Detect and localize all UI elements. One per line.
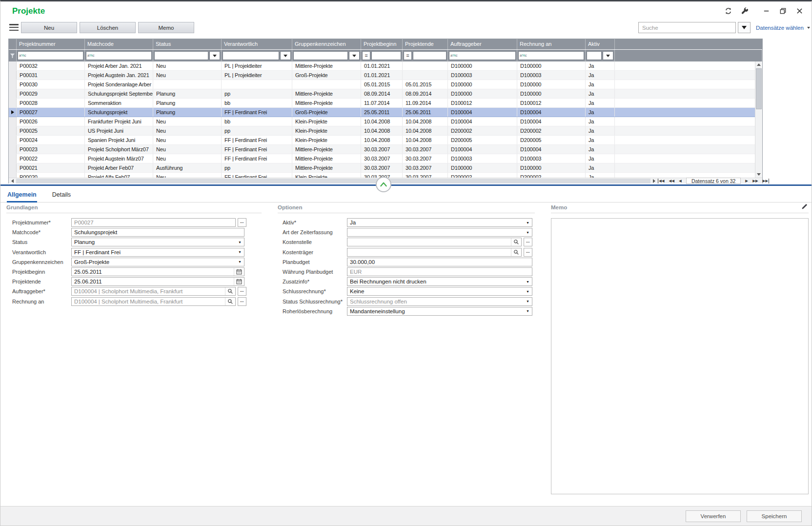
grid-row-p00030[interactable]: P00030Projekt Sonderanlage Arber05.01.20… <box>9 80 755 89</box>
scroll-right-button[interactable] <box>650 178 658 184</box>
field-art-der-zeiterfassung-select[interactable]: ▼ <box>347 228 532 237</box>
tab-allgemein[interactable]: Allgemein <box>7 189 37 202</box>
field-roherlösberechnung-select[interactable]: Mandanteneinstellung▼ <box>347 307 532 316</box>
grid-row-p00024[interactable]: P00024Spanien Projekt JuniNeuFF | Ferdin… <box>9 136 755 145</box>
pager-prev-page-button[interactable]: ◀◀ <box>669 179 675 183</box>
field-aktiv-select[interactable]: Ja▼ <box>347 218 532 227</box>
chevron-down-icon[interactable]: ▼ <box>524 287 532 295</box>
lookup-search-button[interactable] <box>511 238 521 246</box>
ellipsis-button[interactable]: ••• <box>524 248 532 257</box>
scroll-up-button[interactable] <box>755 61 762 68</box>
toolbar-button-memo[interactable]: Memo <box>138 22 194 33</box>
column-header-projektende[interactable]: Projektende <box>403 39 448 49</box>
ellipsis-button[interactable]: ••• <box>238 218 246 227</box>
calendar-button[interactable] <box>234 268 244 276</box>
filter-projektbeginn-input[interactable] <box>371 51 401 60</box>
field-schlussrechnung-select[interactable]: Keine▼ <box>347 287 532 296</box>
column-header-projektbeginn[interactable]: Projektbeginn <box>361 39 403 49</box>
footer-button-speichern[interactable]: Speichern <box>747 510 802 522</box>
select-records-button[interactable]: Datensätze wählen <box>756 22 810 33</box>
field-status-select[interactable]: Planung▼ <box>71 238 244 246</box>
filter-verantwortlich-dropdown-button[interactable] <box>280 51 291 60</box>
refresh-icon[interactable] <box>724 7 732 15</box>
field-gruppenkennzeichen-select[interactable]: Groß-Projekte▼ <box>71 258 244 266</box>
edit-pencil-icon[interactable] <box>801 203 808 211</box>
filter-status-input[interactable] <box>154 51 208 60</box>
vertical-scrollbar[interactable] <box>755 61 762 178</box>
splitter-line[interactable] <box>0 184 812 186</box>
filter-projektbeginn-operator[interactable]: = <box>362 51 370 60</box>
ellipsis-button[interactable]: ••• <box>238 287 246 296</box>
field-währung-planbudget-input[interactable]: EUR <box>347 267 532 276</box>
pager-prev-button[interactable]: ◀ <box>679 179 682 183</box>
column-header-gruppenkennzeichen[interactable]: Gruppenkennzeichen <box>292 39 361 49</box>
column-header-status[interactable]: Status <box>153 39 222 49</box>
pager-first-button[interactable]: ◀◀ <box>658 179 665 183</box>
search-input[interactable]: Suche <box>638 22 736 33</box>
scroll-left-button[interactable] <box>9 178 16 184</box>
filter-gruppenkennzeichen-dropdown-button[interactable] <box>349 51 360 60</box>
chevron-down-icon[interactable]: ▼ <box>524 307 532 315</box>
filter-projektende-operator[interactable]: = <box>404 51 412 60</box>
chevron-down-icon[interactable]: ▼ <box>524 278 532 285</box>
chevron-down-icon[interactable]: ▼ <box>524 298 532 305</box>
grid-row-p00023[interactable]: P00023Projekt Scholphort März07NeuFF | F… <box>9 145 755 154</box>
filter-aktiv-input[interactable] <box>587 51 602 60</box>
ellipsis-button[interactable]: ••• <box>524 238 532 246</box>
close-button[interactable] <box>795 7 804 15</box>
column-header-matchcode[interactable]: Matchcode <box>85 39 153 49</box>
column-header-verantwortlich[interactable]: Verantwortlich <box>222 39 292 49</box>
grid-row-p00028[interactable]: P00028SommeraktionPlanungbbMittlere-Proj… <box>9 99 755 108</box>
toolbar-button-löschen[interactable]: Löschen <box>80 22 136 33</box>
column-header-projektnummer[interactable]: Projektnummer <box>17 39 85 49</box>
lookup-search-button[interactable] <box>225 298 235 305</box>
grid-row-p00031[interactable]: P00031Projekt Augstein Jan. 2021NeuPL | … <box>9 71 755 80</box>
filter-auftraggeber-input[interactable]: a%c <box>449 51 516 60</box>
grid-row-p00026[interactable]: P00026Frankfurter Projekt JuniNeubbKlein… <box>9 117 755 126</box>
filter-projektende-input[interactable] <box>413 51 447 60</box>
field-verantwortlich-select[interactable]: FF | Ferdinant Frei▼ <box>71 248 244 257</box>
field-kostenstelle-input[interactable] <box>347 238 522 246</box>
horizontal-scrollbar-thumb[interactable] <box>16 179 650 183</box>
pager-next-button[interactable]: ▶ <box>745 179 748 183</box>
filter-aktiv-dropdown-button[interactable] <box>603 51 613 60</box>
pager-next-page-button[interactable]: ▶▶ <box>752 179 758 183</box>
minimize-button[interactable] <box>762 7 771 15</box>
field-rechnung-an-input[interactable]: D100004 | Scholphort Multimedia, Frankfu… <box>71 297 236 306</box>
column-header-aktiv[interactable]: Aktiv <box>586 39 615 49</box>
filter-matchcode-input[interactable]: a%c <box>86 51 152 60</box>
pager-last-button[interactable]: ▶▶ <box>763 179 770 183</box>
chevron-down-icon[interactable]: ▼ <box>236 258 244 266</box>
field-projektbeginn-input[interactable]: 25.05.2011 <box>71 267 244 276</box>
grid-row-p00025[interactable]: P00025US Projekt JuniNeuppKlein-Projekte… <box>9 126 755 136</box>
ellipsis-button[interactable]: ••• <box>238 297 246 306</box>
filter-row-button[interactable] <box>9 50 17 61</box>
restore-button[interactable] <box>779 7 787 15</box>
field-planbudget-input[interactable]: 30.000,00 <box>347 258 532 266</box>
grid-row-p00022[interactable]: P00022Projekt Augstein März07NeuFF | Fer… <box>9 154 755 163</box>
footer-button-verwerfen[interactable]: Verwerfen <box>686 510 741 522</box>
lookup-search-button[interactable] <box>511 248 521 256</box>
memo-textarea[interactable] <box>551 218 809 494</box>
field-matchcode-input[interactable]: Schulungsprojekt <box>71 228 244 237</box>
grid-row-p00027[interactable]: P00027SchulungsprojektPlanungFF | Ferdin… <box>9 108 755 117</box>
vertical-scrollbar-thumb[interactable] <box>756 68 762 109</box>
chevron-down-icon[interactable]: ▼ <box>524 228 532 236</box>
field-auftraggeber-input[interactable]: D100004 | Scholphort Multimedia, Frankfu… <box>71 287 236 296</box>
chevron-down-icon[interactable]: ▼ <box>524 219 532 226</box>
field-kostenträger-input[interactable] <box>347 248 522 257</box>
horizontal-scrollbar[interactable] <box>16 178 650 184</box>
grid-row-p00021[interactable]: P00021Projekt Arber Feb07AusführungppMit… <box>9 163 755 173</box>
menu-icon[interactable] <box>9 24 19 31</box>
search-filter-dropdown-button[interactable] <box>738 22 751 33</box>
grid-row-p00032[interactable]: P00032Projekt Arber Jan. 2021NeuPL | Pro… <box>9 61 755 71</box>
filter-status-dropdown-button[interactable] <box>209 51 220 60</box>
wrench-icon[interactable] <box>741 7 749 15</box>
column-header-auftraggeber[interactable]: Auftraggeber <box>448 39 517 49</box>
chevron-down-icon[interactable]: ▼ <box>236 238 244 246</box>
column-header-rechnung-an[interactable]: Rechnung an <box>517 39 586 49</box>
filter-gruppenkennzeichen-input[interactable] <box>293 51 348 60</box>
grid-row-p00029[interactable]: P00029Schulungsprojekt SeptemberPlanungp… <box>9 89 755 99</box>
field-projektnummer-input[interactable]: P00027 <box>71 218 236 227</box>
field-zusatzinfo-select[interactable]: Bei Rechnungen nicht drucken▼ <box>347 277 532 286</box>
